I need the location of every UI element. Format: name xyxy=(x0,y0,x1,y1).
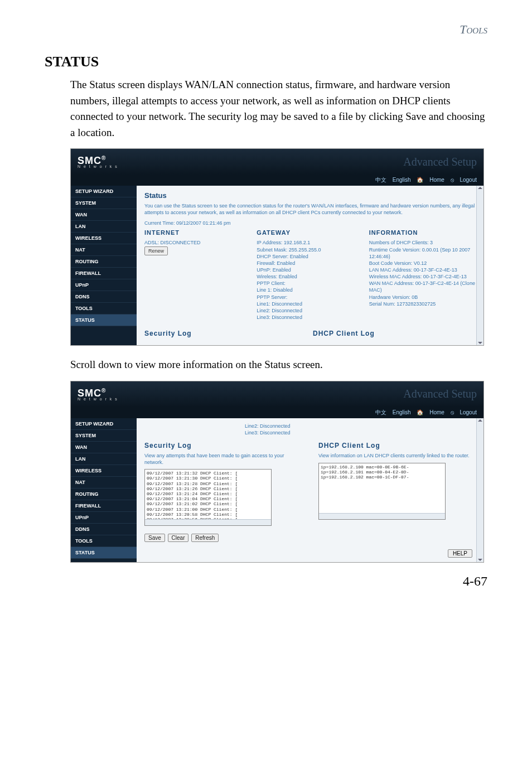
sidebar-item-nat-2[interactable]: NAT xyxy=(71,477,137,488)
page-header: Tools xyxy=(45,22,487,37)
home-link[interactable]: 🏠 Home xyxy=(417,177,444,183)
sidebar-item-ddns[interactable]: DDNS xyxy=(71,291,137,303)
sidebar-item-nat[interactable]: NAT xyxy=(71,244,137,256)
sidebar-item-wireless[interactable]: WIRELESS xyxy=(71,233,137,244)
status-desc: You can use the Status screen to see the… xyxy=(144,203,476,216)
current-time: Current Time: 09/12/2007 01:21:46 pm xyxy=(144,220,476,226)
gateway-header: GATEWAY xyxy=(257,229,363,236)
sidebar-item-setup-wizard-2[interactable]: SETUP WIZARD xyxy=(71,418,137,430)
logo-sub-2: N e t w o r k s xyxy=(78,397,118,401)
lang-cn-2[interactable]: 中文 xyxy=(375,409,386,415)
sidebar-item-ddns-2[interactable]: DDNS xyxy=(71,524,137,535)
information-header: INFORMATION xyxy=(369,229,476,236)
scrollbar-2[interactable] xyxy=(476,418,483,563)
top-disconnected-lines: Line2: Disconnected Line3: Disconnected xyxy=(245,423,476,436)
sidebar-item-firewall-2[interactable]: FIREWALL xyxy=(71,500,137,512)
router-header: SMC® N e t w o r k s Advanced Setup xyxy=(71,149,483,175)
sidebar-item-tools-2[interactable]: TOOLS xyxy=(71,535,137,547)
adsl-status: ADSL: DISCONNECTED xyxy=(144,239,251,246)
col-information: INFORMATION Numbers of DHCP Clients: 3 R… xyxy=(369,229,476,321)
sidebar-item-wan-2[interactable]: WAN xyxy=(71,442,137,453)
section-title: STATUS xyxy=(45,54,487,70)
sidebar-item-upnp[interactable]: UPnP xyxy=(71,279,137,291)
sidebar-item-tools[interactable]: TOOLS xyxy=(71,303,137,315)
information-body: Numbers of DHCP Clients: 3 Runtime Code … xyxy=(369,239,476,307)
page-number: 4-67 xyxy=(45,574,487,589)
top-links-2: 中文 English 🏠 Home ⦸ Logout xyxy=(71,407,483,418)
security-log-box[interactable]: 09/12/2007 13:21:32 DHCP Client: [ 09/12… xyxy=(144,469,272,526)
save-button[interactable]: Save xyxy=(144,534,165,542)
screenshot-2: SMC® N e t w o r k s Advanced Setup 中文 E… xyxy=(70,381,487,563)
screenshot-1: SMC® N e t w o r k s Advanced Setup 中文 E… xyxy=(70,148,487,346)
dhcp-client-log-header-2: DHCP Client Log xyxy=(318,442,476,449)
sidebar-2: SETUP WIZARD SYSTEM WAN LAN WIRELESS NAT… xyxy=(71,418,137,563)
lang-en[interactable]: English xyxy=(393,177,411,183)
sidebar-item-system[interactable]: SYSTEM xyxy=(71,197,137,209)
sidebar-item-status-2[interactable]: STATUS xyxy=(71,547,137,559)
dhcp-client-log-box[interactable]: ip=192.168.2.100 mac=00-0E-9B-6E- ip=192… xyxy=(318,463,446,520)
sidebar-item-wireless-2[interactable]: WIRELESS xyxy=(71,465,137,477)
security-log-header: Security Log xyxy=(144,330,307,337)
sidebar-item-upnp-2[interactable]: UPnP xyxy=(71,512,137,524)
sidebar-item-routing-2[interactable]: ROUTING xyxy=(71,488,137,500)
sidebar-item-system-2[interactable]: SYSTEM xyxy=(71,430,137,442)
router-header-2: SMC® N e t w o r k s Advanced Setup xyxy=(71,381,483,407)
advanced-setup-label: Advanced Setup xyxy=(403,156,477,168)
intro-text: The Status screen displays WAN/LAN conne… xyxy=(70,77,487,141)
home-link-2[interactable]: 🏠 Home xyxy=(417,409,444,415)
status-title: Status xyxy=(144,191,476,200)
refresh-button[interactable]: Refresh xyxy=(191,534,219,542)
main-area-2: Line2: Disconnected Line3: Disconnected … xyxy=(137,418,483,563)
help-button[interactable]: HELP xyxy=(448,549,472,558)
sidebar-item-setup-wizard[interactable]: SETUP WIZARD xyxy=(71,186,137,197)
gateway-body: IP Address: 192.168.2.1 Subnet Mask: 255… xyxy=(257,239,363,321)
scrollbar[interactable] xyxy=(476,186,483,345)
sidebar-item-firewall[interactable]: FIREWALL xyxy=(71,268,137,279)
scroll-note: Scroll down to view more information on … xyxy=(70,357,487,373)
internet-header: INTERNET xyxy=(144,229,251,236)
lang-cn[interactable]: 中文 xyxy=(375,177,386,183)
dhcp-client-log-header: DHCP Client Log xyxy=(313,330,476,337)
col-internet: INTERNET ADSL: DISCONNECTED Renew xyxy=(144,229,251,321)
clear-button[interactable]: Clear xyxy=(168,534,189,542)
sidebar-item-routing[interactable]: ROUTING xyxy=(71,256,137,268)
logout-link-2[interactable]: ⦸ Logout xyxy=(451,409,477,415)
col-gateway: GATEWAY IP Address: 192.168.2.1 Subnet M… xyxy=(257,229,363,321)
main-area: Status You can use the Status screen to … xyxy=(137,186,483,345)
logo-sub: N e t w o r k s xyxy=(78,165,118,168)
sidebar-item-lan[interactable]: LAN xyxy=(71,221,137,233)
security-log-header-2: Security Log xyxy=(144,442,302,449)
renew-button[interactable]: Renew xyxy=(144,246,168,255)
lang-en-2[interactable]: English xyxy=(393,409,411,415)
dhcp-client-log-desc: View information on LAN DHCP clients cur… xyxy=(318,453,476,459)
logout-link[interactable]: ⦸ Logout xyxy=(451,177,477,183)
security-log-desc: View any attempts that have been made to… xyxy=(144,453,302,466)
advanced-setup-label-2: Advanced Setup xyxy=(403,388,477,400)
sidebar-item-wan[interactable]: WAN xyxy=(71,209,137,221)
top-links: 中文 English 🏠 Home ⦸ Logout xyxy=(71,175,483,186)
sidebar-item-status[interactable]: STATUS xyxy=(71,315,137,326)
sidebar-item-lan-2[interactable]: LAN xyxy=(71,453,137,465)
sidebar: SETUP WIZARD SYSTEM WAN LAN WIRELESS NAT… xyxy=(71,186,137,345)
